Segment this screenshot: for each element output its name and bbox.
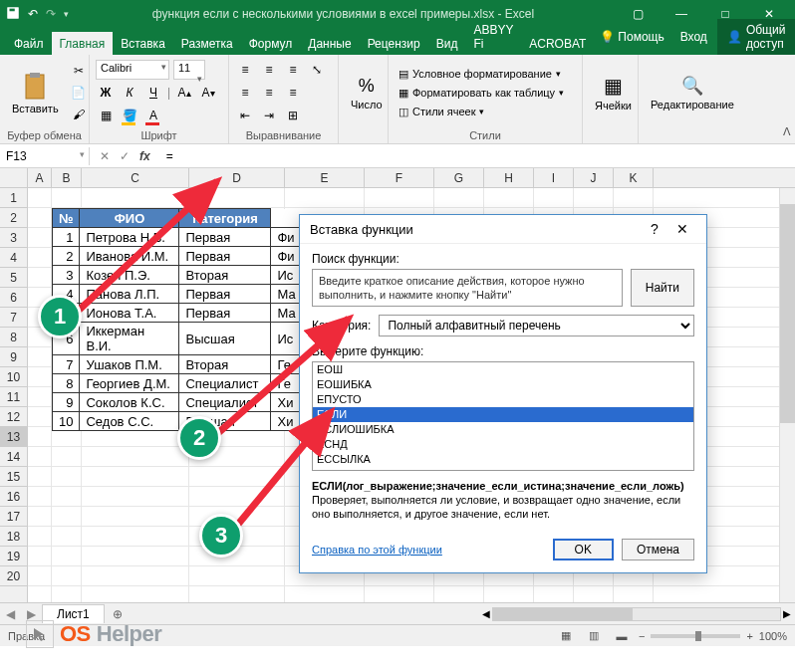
align-left-icon[interactable]: ≡: [235, 83, 255, 103]
increase-font-icon[interactable]: A▴: [174, 83, 194, 103]
tab-abbyy[interactable]: ABBYY Fi: [465, 18, 521, 55]
copy-icon[interactable]: 📄: [69, 83, 89, 103]
font-size-select[interactable]: 11: [173, 60, 205, 80]
column-headers[interactable]: ABCDEFGHIJK: [28, 168, 795, 188]
merge-icon[interactable]: ⊞: [283, 106, 303, 125]
group-align-label: Выравнивание: [235, 127, 332, 141]
cells-button[interactable]: ▦Ячейки: [589, 58, 638, 127]
list-item[interactable]: ЕОШИБКА: [313, 377, 693, 392]
fill-color-icon[interactable]: 🪣: [120, 106, 139, 125]
undo-icon[interactable]: ↶: [28, 7, 38, 21]
list-item[interactable]: ЕСЛИОШИБКА: [313, 422, 693, 437]
category-select[interactable]: Полный алфавитный перечень: [379, 315, 694, 336]
page-layout-icon[interactable]: ▥: [583, 627, 605, 645]
ribbon: Вставить ✂ 📄 🖌 Буфер обмена Calibri 11 Ж…: [0, 55, 795, 144]
cond-format-icon: ▤: [398, 68, 408, 81]
redo-icon[interactable]: ↷: [46, 7, 56, 21]
svg-rect-3: [30, 73, 40, 78]
list-item[interactable]: ЕСНД: [313, 437, 693, 452]
table-header: ФИО: [80, 209, 179, 228]
list-item[interactable]: ЕПУСТО: [313, 392, 693, 407]
search-label: Поиск функции:: [312, 252, 694, 266]
underline-icon[interactable]: Ч: [143, 83, 163, 103]
italic-icon[interactable]: К: [120, 83, 139, 103]
zoom-in-icon[interactable]: +: [746, 630, 752, 642]
svg-rect-2: [26, 75, 44, 99]
table-row: 4Панова Л.П.ПерваяМа: [53, 285, 303, 304]
align-center-icon[interactable]: ≡: [259, 83, 279, 103]
list-item[interactable]: ЕОШ: [313, 362, 693, 377]
cut-icon[interactable]: ✂: [69, 61, 89, 81]
data-table: №ФИОКатегория1Петрова Н.В.ПерваяФи2Ивано…: [52, 208, 303, 431]
add-sheet-icon[interactable]: ⊕: [105, 607, 131, 621]
list-item[interactable]: ЕСЛИ: [313, 407, 693, 422]
cancel-formula-icon[interactable]: ✕: [100, 149, 110, 163]
cancel-button[interactable]: Отмена: [622, 539, 694, 560]
paste-button[interactable]: Вставить: [6, 58, 65, 127]
format-table-button[interactable]: ▦Форматировать как таблицу▾: [395, 85, 576, 102]
decrease-font-icon[interactable]: A▾: [198, 83, 218, 103]
tab-review[interactable]: Рецензир: [360, 32, 428, 55]
vertical-scrollbar[interactable]: [779, 188, 795, 602]
login-button[interactable]: Вход: [674, 26, 713, 48]
find-button[interactable]: Найти: [631, 269, 694, 307]
table-row: 6Иккерман В.И.ВысшаяИс: [53, 323, 303, 355]
row-headers[interactable]: 1234567891011121314151617181920: [0, 188, 28, 602]
editing-button[interactable]: 🔍Редактирование: [645, 58, 740, 127]
font-name-select[interactable]: Calibri: [96, 60, 169, 80]
table-header: №: [53, 209, 80, 228]
font-color-icon[interactable]: A: [143, 106, 163, 125]
align-right-icon[interactable]: ≡: [283, 83, 303, 103]
enter-formula-icon[interactable]: ✓: [120, 149, 130, 163]
select-all-corner[interactable]: [0, 168, 28, 188]
tab-layout[interactable]: Разметка: [173, 32, 241, 55]
zoom-slider[interactable]: [651, 634, 740, 638]
align-bottom-icon[interactable]: ≡: [283, 60, 303, 80]
tab-home[interactable]: Главная: [52, 32, 114, 55]
tab-insert[interactable]: Вставка: [113, 32, 173, 55]
bold-icon[interactable]: Ж: [96, 83, 116, 103]
sheet-nav-prev-icon[interactable]: ◀: [0, 607, 21, 621]
indent-dec-icon[interactable]: ⇤: [235, 106, 255, 125]
hscroll-right-icon[interactable]: ▶: [783, 608, 791, 619]
collapse-ribbon-icon[interactable]: ᐱ: [783, 125, 791, 138]
sheet-nav-next-icon[interactable]: ▶: [21, 607, 42, 621]
function-help-link[interactable]: Справка по этой функции: [312, 544, 442, 556]
ok-button[interactable]: OK: [553, 539, 614, 560]
page-break-icon[interactable]: ▬: [611, 627, 633, 645]
tab-file[interactable]: Файл: [6, 32, 52, 55]
cell-styles-button[interactable]: ◫Стили ячеек▾: [395, 104, 576, 120]
formula-input[interactable]: =: [160, 147, 795, 165]
zoom-out-icon[interactable]: −: [639, 630, 645, 642]
fx-icon[interactable]: fx: [139, 149, 150, 163]
tab-acrobat[interactable]: ACROBAT: [521, 32, 594, 55]
align-middle-icon[interactable]: ≡: [259, 60, 279, 80]
table-row: 1Петрова Н.В.ПерваяФи: [53, 228, 303, 247]
function-list[interactable]: ЕОШЕОШИБКАЕПУСТОЕСЛИЕСЛИОШИБКАЕСНДЕССЫЛК…: [312, 361, 694, 471]
normal-view-icon[interactable]: ▦: [555, 627, 577, 645]
name-box[interactable]: F13: [0, 147, 90, 165]
tab-data[interactable]: Данные: [300, 32, 359, 55]
cond-format-button[interactable]: ▤Условное форматирование▾: [395, 66, 576, 83]
share-button[interactable]: 👤Общий доступ: [717, 19, 795, 55]
hscroll-left-icon[interactable]: ◀: [482, 608, 490, 619]
save-icon[interactable]: [6, 6, 20, 23]
search-function-input[interactable]: Введите краткое описание действия, котор…: [312, 269, 623, 307]
dialog-help-icon[interactable]: ?: [641, 221, 668, 237]
list-item[interactable]: ЕССЫЛКА: [313, 452, 693, 467]
tab-view[interactable]: Вид: [428, 32, 466, 55]
horizontal-scrollbar[interactable]: [492, 607, 781, 621]
number-button[interactable]: %Число: [345, 58, 389, 127]
format-painter-icon[interactable]: 🖌: [69, 105, 89, 124]
dialog-close-icon[interactable]: ✕: [668, 221, 696, 237]
orient-icon[interactable]: ⤡: [307, 60, 327, 80]
indent-inc-icon[interactable]: ⇥: [259, 106, 279, 125]
table-icon: ▦: [398, 87, 408, 100]
zoom-level[interactable]: 100%: [759, 630, 787, 642]
tab-formulas[interactable]: Формул: [241, 32, 301, 55]
borders-icon[interactable]: ▦: [96, 106, 116, 125]
category-label: Категория:: [312, 319, 371, 333]
cells-icon: ▦: [604, 74, 623, 98]
align-top-icon[interactable]: ≡: [235, 60, 255, 80]
help-button[interactable]: 💡Помощь: [594, 26, 669, 48]
